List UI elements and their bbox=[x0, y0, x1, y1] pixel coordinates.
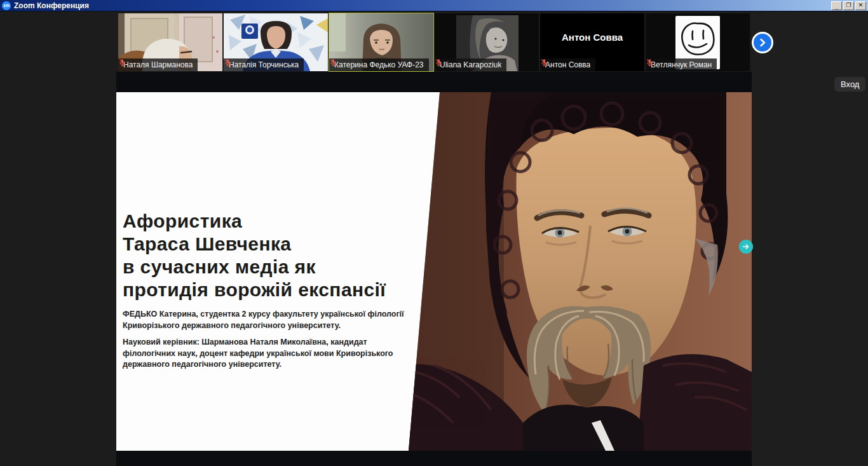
participant-tile-fedko-active-speaker[interactable]: Катерина Федько УАФ-23 bbox=[329, 13, 433, 71]
participant-tile-vetlianchuk[interactable]: Ветлянчук Роман bbox=[646, 13, 750, 71]
participant-name-label: Катерина Федько УАФ-23 bbox=[329, 58, 429, 71]
slide-advisor-paragraph: Науковий керівник: Шарманова Наталя Мико… bbox=[123, 337, 405, 371]
zoom-window: zm Zoom Конференция _ ❐ ✕ bbox=[0, 0, 868, 466]
join-tooltip: Вход bbox=[834, 77, 865, 92]
participant-tile-torchynska[interactable]: Наталія Торчинська bbox=[224, 13, 328, 71]
restore-button[interactable]: ❐ bbox=[843, 1, 854, 10]
participant-name: Uliana Karapoziuk bbox=[440, 60, 501, 69]
participant-name-label: Uliana Karapoziuk bbox=[435, 58, 506, 71]
participant-name-label: Наталія Торчинська bbox=[224, 58, 304, 71]
slide-text-block: Афористика Тараса Шевченка в сучасних ме… bbox=[123, 210, 428, 371]
window-titlebar: zm Zoom Конференция _ ❐ ✕ bbox=[0, 0, 868, 11]
screen-share-area: Афористика Тараса Шевченка в сучасних ме… bbox=[116, 72, 752, 466]
collapse-panel-button[interactable] bbox=[739, 240, 753, 254]
participant-name-label: Наталя Шарманова bbox=[118, 58, 198, 71]
presentation-slide: Афористика Тараса Шевченка в сучасних ме… bbox=[116, 92, 752, 451]
zoom-app-icon: zm bbox=[2, 1, 11, 10]
next-participants-button[interactable] bbox=[752, 32, 773, 53]
window-title: Zoom Конференция bbox=[14, 1, 831, 10]
slide-title: Афористика Тараса Шевченка в сучасних ме… bbox=[123, 210, 428, 301]
participant-name: Наталя Шарманова bbox=[123, 60, 193, 69]
minimize-button[interactable]: _ bbox=[831, 1, 842, 10]
participant-name: Ветлянчук Роман bbox=[651, 60, 712, 69]
slide-author-paragraph: ФЕДЬКО Катерина, студентка 2 курсу факул… bbox=[123, 309, 405, 331]
arrow-right-icon bbox=[742, 242, 750, 251]
participant-tile-sharmanova[interactable]: Наталя Шарманова bbox=[118, 13, 222, 71]
participant-tile-sovva[interactable]: Антон Совва Антон Совва bbox=[540, 13, 644, 71]
chevron-right-icon bbox=[757, 38, 768, 48]
participant-center-name: Антон Совва bbox=[540, 13, 644, 60]
close-button[interactable]: ✕ bbox=[855, 1, 866, 10]
participant-name: Наталія Торчинська bbox=[229, 60, 299, 69]
participant-tile-karapoziuk[interactable]: Uliana Karapoziuk bbox=[435, 13, 539, 71]
participant-name: Катерина Федько УАФ-23 bbox=[334, 60, 424, 69]
participant-name: Антон Совва bbox=[545, 60, 590, 69]
participant-name-label: Ветлянчук Роман bbox=[646, 58, 717, 71]
shevchenko-portrait-photo bbox=[396, 92, 752, 451]
participant-name-label: Антон Совва bbox=[540, 58, 595, 71]
